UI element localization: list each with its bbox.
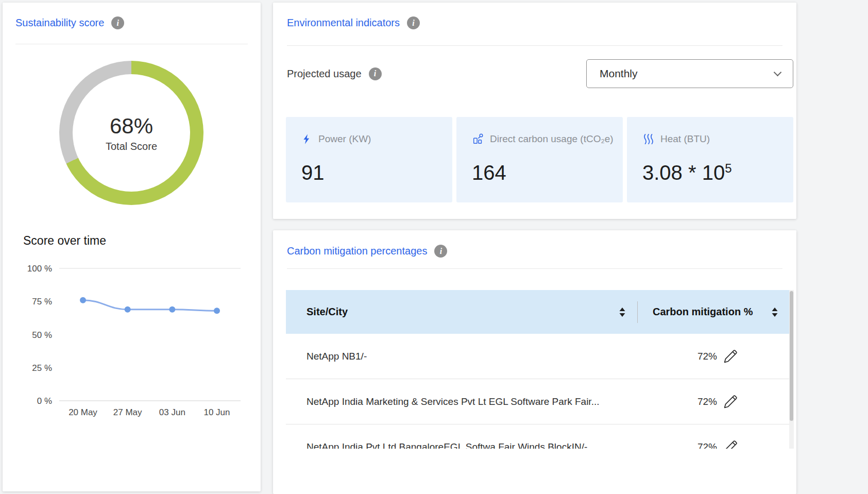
carbon-mitigation-card: Carbon mitigation percentages i Site/Cit… — [273, 230, 796, 494]
divider — [15, 44, 248, 44]
table-row: NetApp NB1/- 72% — [286, 334, 794, 379]
heat-icon — [642, 133, 655, 145]
mitigation-cell: 72% — [637, 439, 794, 449]
svg-text:75 %: 75 % — [32, 297, 52, 306]
power-icon — [301, 133, 313, 145]
heat-tile: Heat (BTU) 3.08 * 105 — [627, 117, 793, 202]
power-tile-label: Power (KW) — [318, 133, 371, 145]
carbon-title-row: Carbon mitigation percentages i — [287, 245, 447, 258]
carbon-mitigation-table: Site/City Carbon mitigation % NetApp NB1… — [286, 290, 794, 449]
carbon-info-icon[interactable]: i — [434, 245, 447, 258]
carbon-icon — [472, 133, 484, 145]
heat-tile-label: Heat (BTU) — [660, 133, 710, 145]
table-header-row: Site/City Carbon mitigation % — [286, 290, 794, 334]
sustainability-title-row: Sustainability score i — [15, 16, 124, 29]
power-tile-value: 91 — [301, 161, 452, 184]
sustainability-dashboard: Sustainability score i 68% Total Score S… — [0, 0, 868, 494]
period-dropdown[interactable]: Monthly — [586, 59, 793, 88]
sustainability-info-icon[interactable]: i — [111, 16, 124, 29]
sort-icon[interactable] — [771, 307, 778, 317]
carbon-mitigation-column-header[interactable]: Carbon mitigation % — [637, 306, 794, 318]
power-tile-head: Power (KW) — [301, 131, 452, 147]
site-cell: NetApp India Marketing & Services Pvt Lt… — [286, 396, 637, 407]
svg-text:0 %: 0 % — [37, 396, 52, 406]
carbon-tile: Direct carbon usage (tCO₂e) 164 — [456, 117, 623, 202]
divider — [287, 45, 782, 46]
score-over-time-title: Score over time — [23, 234, 106, 248]
edit-icon[interactable] — [722, 439, 739, 449]
mitigation-value: 72% — [637, 351, 717, 362]
environmental-indicators-card: Environmental indicators i Projected usa… — [273, 3, 796, 219]
svg-text:25 %: 25 % — [32, 363, 52, 373]
indicator-tiles: Power (KW) 91 Direct — [286, 117, 793, 202]
mitigation-value: 72% — [637, 396, 717, 407]
svg-text:50 %: 50 % — [32, 330, 52, 340]
heat-value-exp: 5 — [725, 161, 731, 175]
total-score-value: 68% — [110, 114, 153, 139]
divider — [287, 268, 782, 269]
carbon-mitigation-title: Carbon mitigation percentages — [287, 245, 427, 257]
site-cell: NetApp India Pvt Ltd BangaloreEGL Softwa… — [286, 441, 637, 449]
sort-icon[interactable] — [619, 307, 626, 317]
power-value-text: 91 — [301, 161, 325, 184]
sustainability-score-title: Sustainability score — [15, 17, 104, 29]
heat-tile-head: Heat (BTU) — [642, 131, 793, 147]
table-row: NetApp India Pvt Ltd BangaloreEGL Softwa… — [286, 424, 794, 449]
heat-value-text: 3.08 * 10 — [642, 161, 725, 184]
svg-text:03 Jun: 03 Jun — [159, 407, 185, 417]
environmental-title-row: Environmental indicators i — [287, 16, 420, 29]
site-city-column-label: Site/City — [307, 306, 348, 318]
site-cell: NetApp NB1/- — [286, 351, 637, 362]
site-city-column-header[interactable]: Site/City — [286, 306, 637, 318]
svg-text:27 May: 27 May — [113, 407, 142, 417]
sustainability-score-card: Sustainability score i 68% Total Score S… — [3, 3, 261, 491]
period-dropdown-value: Monthly — [600, 67, 638, 80]
projected-usage-info-icon[interactable]: i — [369, 67, 382, 80]
score-over-time-chart: 100 %75 %50 %25 %0 %20 May27 May03 Jun10… — [10, 256, 245, 418]
edit-icon[interactable] — [722, 394, 739, 410]
table-row: NetApp India Marketing & Services Pvt Lt… — [286, 379, 794, 424]
mitigation-cell: 72% — [637, 348, 794, 365]
column-divider — [637, 301, 638, 323]
svg-text:100 %: 100 % — [27, 264, 52, 274]
total-score-donut: 68% Total Score — [59, 61, 203, 205]
projected-usage-label: Projected usage — [287, 68, 362, 80]
scrollbar-thumb[interactable] — [790, 291, 793, 421]
carbon-tile-value: 164 — [472, 161, 623, 184]
chevron-down-icon — [774, 68, 782, 76]
environmental-indicators-title: Environmental indicators — [287, 17, 400, 29]
heat-tile-value: 3.08 * 105 — [642, 161, 793, 184]
table-scrollbar[interactable] — [789, 290, 794, 449]
carbon-mitigation-column-label: Carbon mitigation % — [653, 306, 753, 318]
carbon-tile-label: Direct carbon usage (tCO₂e) — [490, 133, 614, 145]
environmental-info-icon[interactable]: i — [407, 16, 420, 29]
total-score-label: Total Score — [106, 141, 157, 152]
carbon-value-text: 164 — [472, 161, 506, 184]
projected-usage-row: Projected usage i Monthly — [287, 58, 793, 89]
mitigation-value: 72% — [637, 441, 717, 449]
power-tile: Power (KW) 91 — [286, 117, 452, 202]
carbon-tile-head: Direct carbon usage (tCO₂e) — [472, 131, 623, 147]
svg-text:20 May: 20 May — [69, 407, 97, 417]
mitigation-cell: 72% — [637, 394, 794, 410]
donut-center: 68% Total Score — [73, 74, 190, 192]
projected-usage-group: Projected usage i — [287, 67, 382, 80]
svg-text:10 Jun: 10 Jun — [203, 407, 230, 417]
edit-icon[interactable] — [722, 348, 739, 365]
